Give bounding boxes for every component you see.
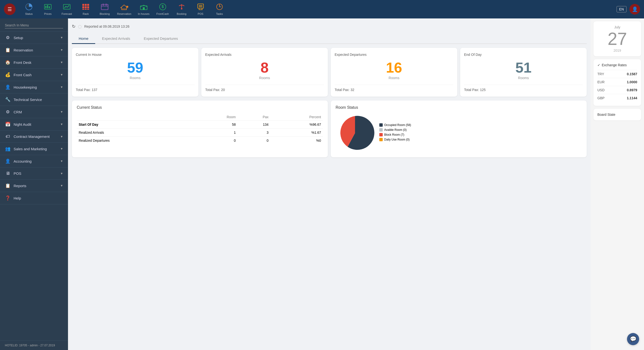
expected-departures-title: Expected Departures (335, 53, 453, 56)
eur-value: 1.0000 (627, 80, 637, 84)
lower-grid: Current Status Room Pax Percent (72, 100, 587, 157)
status-icon (25, 3, 33, 12)
legend-daily-use: Daily Use Room (0) (379, 138, 411, 141)
main-layout: ⚙ Setup ▼ 📋 Reservation ▼ 🏠 Front Desk (0, 18, 644, 350)
sidebar-item-night-audit[interactable]: 📅 Night Audit ▼ (0, 118, 68, 131)
exchange-rates-title: ✓ Exchange Rates (598, 63, 637, 67)
tasks-icon (216, 3, 224, 12)
start-of-day-percent: %96.67 (270, 121, 323, 129)
usd-currency: USD (598, 88, 605, 92)
tab-expected-departures[interactable]: Expected Departures (137, 33, 185, 43)
nav-pos[interactable]: POS (192, 2, 209, 16)
realized-departures-pax: 0 (238, 137, 270, 145)
exchange-rates-card: ✓ Exchange Rates TRY 0.1587 EUR 1.0000 U… (594, 59, 641, 106)
crm-chevron: ▼ (60, 110, 63, 114)
expected-departures-pax: Total Pax: 32 (335, 85, 453, 92)
nav-reservation[interactable]: Reservation (115, 2, 133, 16)
end-of-day-title: End Of Day (464, 53, 583, 56)
user-avatar[interactable]: 👤 (630, 4, 640, 14)
col-label-header (77, 114, 194, 121)
try-currency: TRY (598, 72, 604, 76)
nav-blocking[interactable]: Blocking (96, 2, 113, 16)
chat-button[interactable]: 💬 (627, 333, 639, 345)
sidebar-item-setup[interactable]: ⚙ Setup ▼ (0, 31, 68, 44)
loading-icon: ◌ (78, 24, 82, 29)
nav-right: EN 👤 (616, 4, 640, 14)
sidebar-item-housekeeping[interactable]: 👤 Housekeeping ▼ (0, 81, 68, 93)
pos-chevron: ▼ (60, 172, 63, 175)
prices-icon (44, 3, 52, 12)
housekeeping-label: Housekeeping (14, 85, 37, 89)
gbp-value: 1.1144 (627, 96, 637, 100)
front-desk-label: Front Desk (14, 60, 31, 64)
nav-rack[interactable]: Rack (77, 2, 94, 16)
legend-block: Block Room (7) (379, 133, 411, 136)
svg-rect-8 (87, 4, 89, 6)
sidebar-item-technical-service[interactable]: 🔧 Technical Service (0, 93, 68, 106)
sidebar-item-contract-management[interactable]: 🏷 Contract Management ▼ (0, 131, 68, 143)
realized-arrivals-room: 1 (194, 129, 238, 137)
tab-home[interactable]: Home (72, 33, 95, 43)
sales-marketing-icon: 👥 (5, 146, 11, 151)
sidebar-item-accounting[interactable]: 👤 Accounting ▼ (0, 155, 68, 167)
sidebar-item-pos[interactable]: 🖥 POS ▼ (0, 167, 68, 180)
tabs: Home Expected Arrivals Expected Departur… (72, 33, 587, 44)
sidebar-item-help[interactable]: ❓ Help (0, 192, 68, 204)
refresh-icon[interactable]: ↻ (72, 24, 76, 29)
calendar-month: July (598, 25, 637, 29)
nav-frontcash[interactable]: $ FrontCash (154, 2, 171, 16)
top-nav: ☰ Status Prices Forecast (0, 0, 644, 18)
nav-prices[interactable]: Prices (39, 2, 56, 16)
sidebar-item-front-desk[interactable]: 🏠 Front Desk ▼ (0, 56, 68, 69)
sidebar-item-front-cash[interactable]: 💰 Front Cash ▼ (0, 69, 68, 81)
eur-currency: EUR (598, 80, 605, 84)
front-desk-icon: 🏠 (5, 60, 11, 65)
crm-label: CRM (14, 110, 22, 114)
room-status-panel: Room Status Occupied Room (58) (331, 100, 587, 157)
prices-label: Prices (44, 12, 52, 15)
legend-available: Avaible Room (0) (379, 128, 411, 132)
sidebar-search-input[interactable] (5, 22, 63, 28)
reservation-sidebar-label: Reservation (14, 48, 33, 52)
sidebar-item-sales-marketing[interactable]: 👥 Sales and Marketing ▼ (0, 143, 68, 155)
expected-departures-unit: Rooms (335, 76, 453, 80)
front-cash-icon: 💰 (5, 72, 11, 77)
status-table: Room Pax Percent Start Of Day 58 134 %96… (77, 114, 323, 144)
col-room-header: Room (194, 114, 238, 121)
blocking-icon (101, 3, 108, 12)
nav-status[interactable]: Status (20, 2, 38, 16)
exchange-rates-icon: ✓ (598, 63, 600, 67)
stat-card-expected-arrivals: Expected Arrivals 8 Rooms Total Pax: 20 (201, 48, 328, 97)
sidebar-item-crm[interactable]: ⚙ CRM ▼ (0, 106, 68, 118)
start-of-day-pax: 134 (238, 121, 270, 129)
forecast-icon (63, 3, 71, 12)
room-status-pie-chart (336, 114, 374, 152)
tab-expected-arrivals[interactable]: Expected Arrivals (95, 33, 137, 43)
start-of-day-label: Start Of Day (77, 121, 194, 129)
night-audit-icon: 📅 (5, 122, 11, 127)
nav-tasks[interactable]: Tasks (211, 2, 228, 16)
sidebar-item-reservation[interactable]: 📋 Reservation ▼ (0, 44, 68, 56)
start-of-day-room: 58 (194, 121, 238, 129)
sidebar-item-reports[interactable]: 📋 Reports ▼ (0, 180, 68, 192)
svg-rect-2 (46, 6, 46, 8)
housekeeping-chevron: ▼ (60, 85, 63, 89)
expected-departures-number: 16 (335, 60, 453, 75)
hamburger-button[interactable]: ☰ (4, 3, 16, 15)
nav-forecast[interactable]: Forecast (58, 2, 75, 16)
sidebar-menu: ⚙ Setup ▼ 📋 Reservation ▼ 🏠 Front Desk (0, 31, 68, 341)
report-text: Reported at 09.08.2019 13:26 (84, 24, 130, 28)
legend-block-label: Block Room (7) (384, 133, 404, 136)
nav-inhouses[interactable]: In houses (135, 2, 152, 16)
booking-label: Booking (177, 12, 186, 15)
svg-rect-7 (85, 4, 87, 6)
exchange-row-usd: USD 0.8979 (598, 86, 637, 94)
pos-icon (197, 3, 204, 12)
accounting-icon: 👤 (5, 158, 11, 164)
exchange-row-try: TRY 0.1587 (598, 70, 637, 78)
stat-card-end-of-day: End Of Day 51 Rooms Total Pax: 125 (460, 48, 587, 97)
language-button[interactable]: EN (616, 6, 626, 12)
realized-arrivals-label: Realized Arrivals (77, 129, 194, 137)
sidebar: ⚙ Setup ▼ 📋 Reservation ▼ 🏠 Front Desk (0, 18, 68, 350)
nav-booking[interactable]: Booking (173, 2, 190, 16)
